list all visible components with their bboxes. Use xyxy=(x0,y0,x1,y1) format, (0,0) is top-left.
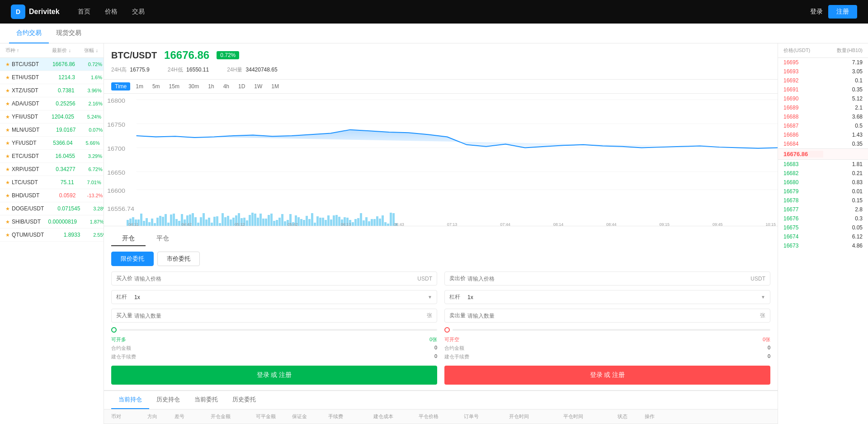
buy-submit-button[interactable]: 登录 或 注册 xyxy=(111,366,437,385)
time-btn-1h[interactable]: 1h xyxy=(204,82,217,91)
th-pair: 币对 xyxy=(111,413,147,420)
tab-contract[interactable]: 合约交易 xyxy=(9,24,49,43)
star-icon: ★ xyxy=(5,232,10,238)
bottom-tab-current-order[interactable]: 当前委托 xyxy=(187,391,225,409)
coin-row[interactable]: ★SHIB/USDT 0.00000819 1.87% xyxy=(0,215,104,229)
buy-progress-bar xyxy=(119,329,437,331)
coin-name: ★BHD/USDT xyxy=(5,192,39,199)
time-btn-4h[interactable]: 4h xyxy=(220,82,233,91)
buy-progress-row xyxy=(111,327,437,333)
coin-row[interactable]: ★LTC/USDT 75.11 7.01% xyxy=(0,176,104,189)
sell-price-label: 卖出价 xyxy=(449,275,467,282)
bottom-tab-history-order[interactable]: 历史委托 xyxy=(225,391,263,409)
coin-row[interactable]: ★BHD/USDT 0.0592 -13.2% xyxy=(0,189,104,202)
coin-row[interactable]: ★ADA/USDT 0.25256 2.16% xyxy=(0,97,104,110)
coin-change: 1.6% xyxy=(75,75,102,80)
stat-low: 24H低 16550.11 xyxy=(168,66,209,74)
coin-price: 0.0592 xyxy=(39,192,75,199)
nav-price[interactable]: 价格 xyxy=(105,8,118,16)
ob-ask-price: 16695 xyxy=(783,59,823,66)
star-icon: ★ xyxy=(5,114,10,120)
x-axis-label: 08:44 xyxy=(606,222,617,226)
logo: D Derivitek xyxy=(11,5,60,19)
register-button[interactable]: 注册 xyxy=(828,5,857,19)
time-btn-1d[interactable]: 1D xyxy=(235,82,249,91)
time-btn-15m[interactable]: 15m xyxy=(165,82,183,91)
buy-contract-amt-value: 0 xyxy=(434,345,437,352)
coin-row[interactable]: ★XRP/USDT 0.34277 6.72% xyxy=(0,163,104,176)
coin-price: 0.7381 xyxy=(38,87,75,94)
buy-lever-arrow[interactable]: ▼ xyxy=(428,295,432,300)
bottom-table-header: 币对 方向 差号 开仓金额 可平金额 保证金 手续费 建仓成本 平仓价格 订单号… xyxy=(104,410,778,424)
buy-qty-input[interactable] xyxy=(134,313,427,319)
time-btn-time[interactable]: Time xyxy=(111,82,130,91)
tab-spot[interactable]: 现货交易 xyxy=(49,24,89,43)
ob-header-qty: 数量(HB10) xyxy=(823,47,863,54)
bottom-tab-current[interactable]: 当前持仓 xyxy=(111,391,149,409)
coin-row[interactable]: ★QTUM/USDT 1.8933 2.55% xyxy=(0,229,104,242)
time-btn-1m[interactable]: 1m xyxy=(132,82,147,91)
nav-home[interactable]: 首页 xyxy=(78,8,90,16)
chart-price: 16676.86 xyxy=(164,49,209,62)
ob-bid-price: 16676 xyxy=(783,215,823,222)
th-close-time: 平仓时间 xyxy=(563,413,618,420)
order-type-limit[interactable]: 限价委托 xyxy=(111,252,154,266)
th-action: 操作 xyxy=(645,413,672,420)
order-book-bids: 166831.81166820.21166800.83166790.011667… xyxy=(778,160,868,250)
coin-name: ★BTC/USDT xyxy=(5,61,39,67)
coin-row[interactable]: ★XTZ/USDT 0.7381 3.96% xyxy=(0,84,104,97)
main-nav: 首页 价格 交易 xyxy=(78,8,145,16)
ob-ask-price: 16684 xyxy=(783,141,823,147)
time-btn-5m[interactable]: 5m xyxy=(149,82,164,91)
order-type-market[interactable]: 市价委托 xyxy=(157,252,200,266)
order-book-header: 价格(USDT) 数量(HB10) xyxy=(778,43,868,58)
coin-name: ★LTC/USDT xyxy=(5,179,38,186)
sell-qty-input[interactable] xyxy=(467,313,760,319)
time-btn-1mo[interactable]: 1M xyxy=(268,82,283,91)
coin-price: 1204.025 xyxy=(38,114,74,120)
sell-lever-arrow[interactable]: ▼ xyxy=(761,295,765,300)
star-icon: ★ xyxy=(5,193,10,199)
ob-bid-row: 166746.12 xyxy=(778,232,868,241)
coin-row[interactable]: ★YFI/USDT 5366.04 5.66% xyxy=(0,137,104,150)
sell-lever-label: 杠杆 xyxy=(449,293,467,301)
coin-row[interactable]: ★BTC/USDT 16676.86 0.72% xyxy=(0,58,104,71)
nav-trade[interactable]: 交易 xyxy=(132,8,145,16)
trade-tab-open[interactable]: 开仓 xyxy=(111,232,146,246)
coin-price: 0.00000819 xyxy=(41,219,77,225)
ob-bid-price: 16677 xyxy=(783,206,823,213)
chart-area: 16800 16750 16700 16650 16600 16556.74 xyxy=(104,94,778,226)
coin-row[interactable]: ★ETH/USDT 1214.3 1.6% xyxy=(0,71,104,84)
ob-ask-row: 166840.35 xyxy=(778,139,868,148)
star-icon: ★ xyxy=(5,219,10,225)
sell-submit-button[interactable]: 登录 或 注册 xyxy=(444,366,770,385)
ob-bid-qty: 2.8 xyxy=(823,206,863,213)
star-icon: ★ xyxy=(5,127,10,133)
coin-row[interactable]: ★MLN/USDT 19.0167 0.07% xyxy=(0,124,104,137)
coin-row[interactable]: ★ETC/USDT 16.0455 3.29% xyxy=(0,150,104,163)
sell-lever-row: 杠杆 1x ▼ xyxy=(444,290,770,304)
coin-list-body: ★BTC/USDT 16676.86 0.72% ★ETH/USDT 1214.… xyxy=(0,58,104,242)
bottom-tab-history[interactable]: 历史持仓 xyxy=(149,391,187,409)
coin-row[interactable]: ★DOGE/USDT 0.071545 3.28% xyxy=(0,202,104,215)
time-btn-30m[interactable]: 30m xyxy=(185,82,203,91)
sell-price-input[interactable] xyxy=(467,276,750,282)
stat-high: 24H高 16775.9 xyxy=(111,66,150,74)
ob-current-price: 16676.86 xyxy=(783,151,823,157)
th-close-price: 平仓价格 xyxy=(419,413,464,420)
login-button[interactable]: 登录 xyxy=(810,8,823,16)
buy-price-input[interactable] xyxy=(134,276,417,282)
ob-bid-price: 16679 xyxy=(783,188,823,195)
star-icon: ★ xyxy=(5,153,10,159)
coin-name: ★DOGE/USDT xyxy=(5,205,44,212)
trade-tabs: 开仓 平仓 xyxy=(111,232,770,246)
bottom-tabs: 当前持仓 历史持仓 当前委托 历史委托 币对 方向 差号 开仓金额 可平金额 保… xyxy=(104,390,778,424)
coin-price: 75.11 xyxy=(38,179,74,186)
coin-row[interactable]: ★YFII/USDT 1204.025 5.24% xyxy=(0,110,104,124)
star-icon: ★ xyxy=(5,62,10,67)
trade-tab-close[interactable]: 平仓 xyxy=(146,232,180,246)
time-btn-1w[interactable]: 1W xyxy=(250,82,266,91)
th-margin: 保证金 xyxy=(292,413,328,420)
x-axis-label: 10:15 xyxy=(765,222,776,226)
main-tab-bar: 合约交易 现货交易 xyxy=(0,24,868,43)
